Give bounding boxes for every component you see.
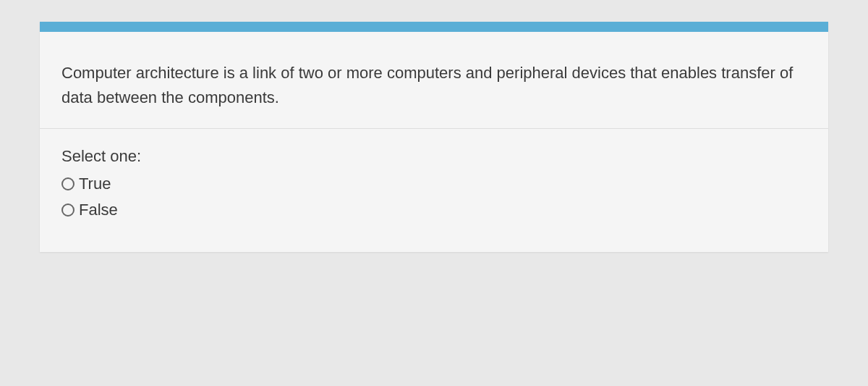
question-text: Computer architecture is a link of two o… (40, 32, 828, 129)
question-card: Computer architecture is a link of two o… (40, 22, 828, 252)
radio-true[interactable] (61, 177, 75, 190)
answer-section: Select one: True False (40, 129, 828, 252)
option-false[interactable]: False (61, 201, 807, 219)
select-prompt: Select one: (61, 147, 807, 166)
option-false-label: False (79, 201, 118, 219)
option-true-label: True (79, 175, 111, 193)
radio-false[interactable] (61, 204, 75, 217)
option-true[interactable]: True (61, 175, 807, 193)
page-container: Computer architecture is a link of two o… (0, 0, 868, 274)
